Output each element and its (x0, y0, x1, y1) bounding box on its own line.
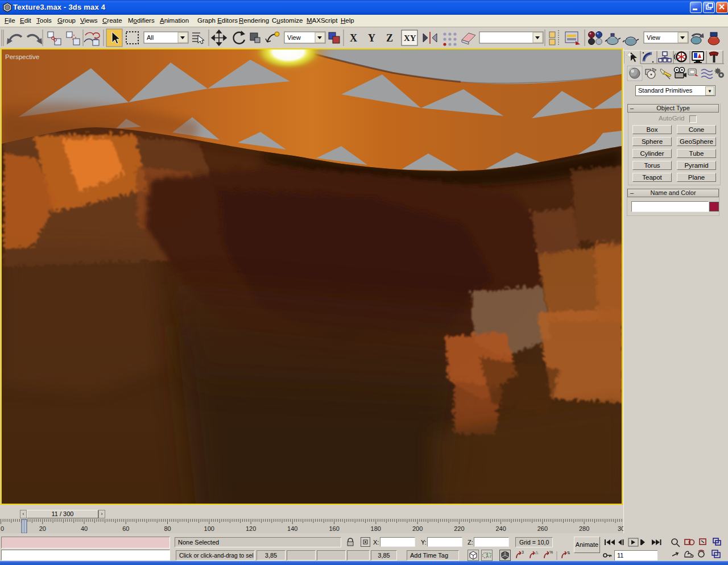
svg-text:All: All (147, 34, 154, 41)
svg-text:220: 220 (454, 525, 464, 532)
svg-text:View: View (647, 34, 660, 41)
svg-text:100: 100 (204, 525, 214, 532)
svg-text:XY: XY (404, 34, 416, 43)
svg-text:△: △ (535, 550, 539, 554)
svg-text:Y: Y (368, 32, 375, 44)
svg-text:View: View (287, 34, 301, 41)
svg-text:180: 180 (371, 525, 381, 532)
svg-text:140: 140 (287, 525, 297, 532)
svg-text:20: 20 (39, 525, 46, 532)
svg-text:Z: Z (386, 32, 393, 44)
svg-text:240: 240 (495, 525, 506, 532)
svg-text:3: 3 (522, 550, 524, 554)
svg-text:X: X (350, 32, 357, 44)
svg-text:260: 260 (537, 525, 548, 532)
svg-text:200: 200 (412, 525, 423, 532)
svg-text:60: 60 (122, 525, 129, 532)
svg-text:⇅: ⇅ (567, 551, 570, 555)
svg-text:Perspective: Perspective (5, 53, 39, 60)
svg-text:40: 40 (81, 525, 88, 532)
svg-text:%: % (549, 550, 553, 554)
svg-text:30: 30 (618, 525, 623, 532)
svg-text:280: 280 (579, 525, 589, 532)
svg-text:160: 160 (329, 525, 339, 532)
svg-text:0: 0 (1, 525, 4, 532)
svg-text:120: 120 (246, 525, 256, 532)
svg-text:80: 80 (164, 525, 171, 532)
